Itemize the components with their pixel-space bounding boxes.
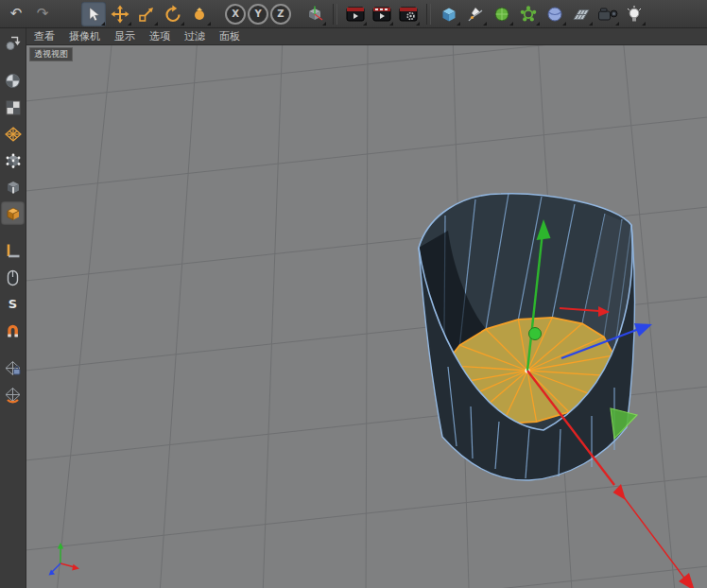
camera-icon — [597, 6, 618, 23]
make-editable-icon — [4, 34, 22, 52]
light-icon — [625, 5, 644, 24]
subdivision-surface-button[interactable] — [490, 2, 514, 26]
camera-button[interactable] — [595, 2, 620, 26]
live-selection-button[interactable] — [81, 2, 106, 26]
scale-icon — [137, 5, 156, 24]
gizmo-plane-handle[interactable] — [611, 408, 637, 439]
floor-icon — [572, 5, 591, 24]
lock-workplane-button[interactable] — [1, 356, 25, 380]
deformer-icon — [545, 5, 564, 24]
undo-button[interactable]: ↶ — [4, 2, 28, 26]
last-used-tool-button[interactable] — [187, 2, 212, 26]
redo-button[interactable]: ↷ — [30, 2, 55, 26]
cursor-icon — [85, 6, 102, 23]
floor-environment-button[interactable] — [569, 2, 594, 26]
pen-icon — [466, 5, 485, 24]
viewport-menubar: 查看 摄像机 显示 选项 过滤 面板 — [26, 28, 707, 45]
make-editable-button[interactable] — [1, 31, 25, 55]
scale-tool-button[interactable] — [134, 2, 159, 26]
axis-l-icon — [4, 242, 22, 260]
snapping-button[interactable]: S — [1, 292, 25, 316]
move-tool-button[interactable] — [108, 2, 132, 26]
move-icon — [111, 5, 129, 24]
render-settings-icon — [399, 6, 418, 23]
model-mode-button[interactable] — [1, 69, 25, 93]
cylinder-object[interactable] — [419, 194, 635, 480]
edges-mode-button[interactable] — [1, 175, 25, 199]
menu-options[interactable]: 选项 — [149, 29, 170, 43]
menu-display[interactable]: 显示 — [114, 29, 135, 43]
cube-icon — [440, 5, 458, 24]
perspective-viewport[interactable]: 透视视图 — [26, 45, 707, 588]
coordinate-system-button[interactable] — [302, 2, 327, 26]
render-view-button[interactable] — [343, 2, 368, 26]
rotate-tool-button[interactable] — [161, 2, 185, 26]
lock-workplane-icon — [4, 359, 22, 377]
viewport-solo-button[interactable] — [1, 266, 25, 289]
toolbar-separator — [426, 4, 431, 25]
spline-pen-button[interactable] — [463, 2, 488, 26]
polygons-mode-icon — [4, 204, 23, 223]
y-axis-label: Y — [254, 9, 261, 19]
deformer-button[interactable] — [543, 2, 567, 26]
coordinate-system-icon — [305, 5, 324, 24]
x-axis-label: X — [232, 9, 239, 19]
menu-cameras[interactable]: 摄像机 — [69, 29, 100, 43]
viewport-canvas[interactable] — [26, 45, 707, 588]
mouse-icon — [4, 268, 22, 287]
light-button[interactable] — [622, 2, 647, 26]
points-mode-icon — [4, 151, 23, 170]
texture-mode-button[interactable] — [1, 95, 25, 119]
menu-view[interactable]: 查看 — [34, 29, 55, 43]
workplane-mode-button[interactable] — [1, 122, 25, 146]
texture-mode-icon — [5, 99, 22, 116]
mode-toolbar: S — [0, 28, 26, 588]
lock-y-axis-button[interactable]: Y — [248, 4, 268, 25]
snapping-s-label: S — [9, 297, 17, 311]
gizmo-center-handle[interactable] — [529, 328, 542, 340]
render-picture-viewer-icon — [372, 6, 391, 23]
render-view-icon — [346, 6, 365, 23]
redo-icon: ↷ — [37, 7, 49, 21]
edges-mode-icon — [4, 178, 23, 197]
render-to-picture-viewer-button[interactable] — [370, 2, 394, 26]
lock-z-axis-button[interactable]: Z — [270, 4, 291, 25]
menu-panel[interactable]: 面板 — [219, 29, 240, 43]
enable-axis-button[interactable] — [1, 239, 25, 263]
quantize-button[interactable] — [1, 383, 25, 406]
z-axis-label: Z — [277, 9, 284, 19]
snap-magnet-button[interactable] — [1, 319, 25, 342]
array-icon — [519, 5, 538, 24]
polygons-mode-button[interactable] — [1, 201, 25, 225]
quantize-icon — [4, 386, 22, 404]
add-cube-primitive-button[interactable] — [437, 2, 461, 26]
rotate-icon — [164, 5, 182, 24]
undo-icon: ↶ — [10, 7, 23, 21]
edit-render-settings-button[interactable] — [396, 2, 421, 26]
tool-ball-icon — [190, 5, 209, 24]
menu-filter[interactable]: 过滤 — [184, 29, 205, 43]
model-mode-icon — [4, 72, 22, 90]
toolbar-separator — [333, 4, 337, 25]
viewport-label: 透视视图 — [29, 47, 73, 61]
workplane-icon — [4, 125, 23, 144]
array-generator-button[interactable] — [516, 2, 541, 26]
subdivision-surface-icon — [492, 5, 511, 24]
lock-x-axis-button[interactable]: X — [225, 4, 246, 25]
main-toolbar: ↶ ↷ X Y Z — [0, 0, 707, 28]
points-mode-button[interactable] — [1, 148, 25, 172]
magnet-icon — [4, 321, 22, 339]
